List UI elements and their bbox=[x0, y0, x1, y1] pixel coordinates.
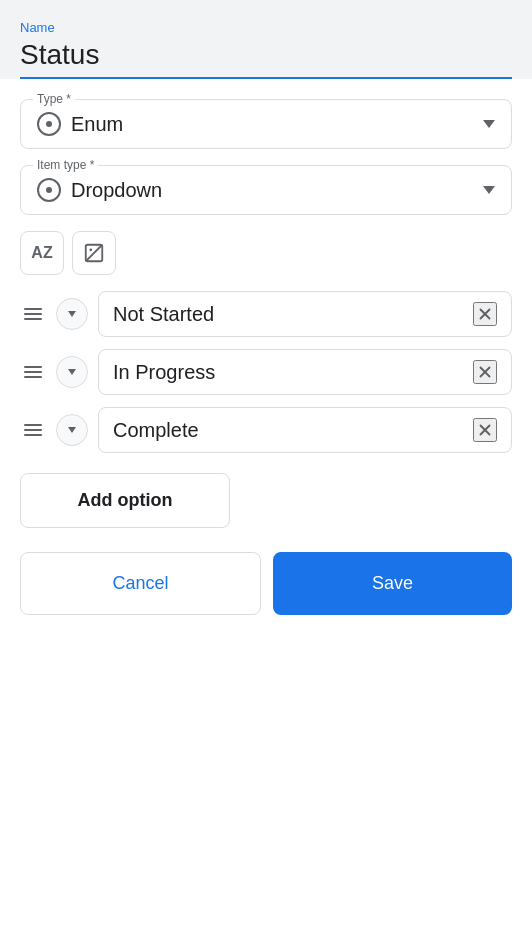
no-image-button[interactable] bbox=[72, 231, 116, 275]
option-remove-button-1[interactable] bbox=[473, 302, 497, 326]
close-icon-2 bbox=[476, 363, 494, 381]
drag-line-8 bbox=[24, 429, 42, 431]
option-input-wrapper-3: Complete bbox=[98, 407, 512, 453]
option-arrow-icon-1 bbox=[68, 311, 76, 317]
drag-line-3 bbox=[24, 318, 42, 320]
name-input-wrapper bbox=[20, 39, 512, 79]
option-input-wrapper-1: Not Started bbox=[98, 291, 512, 337]
item-type-select-left: Dropdown bbox=[37, 178, 162, 202]
type-value: Enum bbox=[71, 113, 123, 136]
az-icon: AZ bbox=[31, 244, 52, 262]
type-dropdown-arrow-icon bbox=[483, 120, 495, 128]
item-type-circle-icon bbox=[37, 178, 61, 202]
type-select-wrapper[interactable]: Type * Enum bbox=[20, 99, 512, 149]
type-circle-icon bbox=[37, 112, 61, 136]
drag-line-4 bbox=[24, 366, 42, 368]
name-label: Name bbox=[20, 20, 512, 35]
drag-line-2 bbox=[24, 313, 42, 315]
action-buttons: Cancel Save bbox=[20, 552, 512, 615]
option-row-2: In Progress bbox=[20, 349, 512, 395]
name-input[interactable] bbox=[20, 39, 512, 71]
drag-line-1 bbox=[24, 308, 42, 310]
name-section: Name bbox=[0, 0, 532, 79]
drag-line-6 bbox=[24, 376, 42, 378]
close-icon-1 bbox=[476, 305, 494, 323]
item-type-select-wrapper[interactable]: Item type * Dropdown bbox=[20, 165, 512, 215]
close-icon-3 bbox=[476, 421, 494, 439]
type-select-row: Enum bbox=[37, 112, 495, 136]
type-label: Type * bbox=[33, 92, 75, 106]
type-select-left: Enum bbox=[37, 112, 123, 136]
type-select-group: Type * Enum bbox=[20, 99, 512, 149]
option-text-2: In Progress bbox=[113, 361, 215, 384]
add-option-button[interactable]: Add option bbox=[20, 473, 230, 528]
dialog: Name Type * Enum Item type * bbox=[0, 0, 532, 928]
item-type-select-group: Item type * Dropdown bbox=[20, 165, 512, 215]
cancel-button[interactable]: Cancel bbox=[20, 552, 261, 615]
drag-line-7 bbox=[24, 424, 42, 426]
drag-handle-1[interactable] bbox=[20, 304, 46, 324]
option-row-1: Not Started bbox=[20, 291, 512, 337]
drag-line-5 bbox=[24, 371, 42, 373]
option-arrow-icon-3 bbox=[68, 427, 76, 433]
drag-line-9 bbox=[24, 434, 42, 436]
option-input-wrapper-2: In Progress bbox=[98, 349, 512, 395]
item-type-select-row: Dropdown bbox=[37, 178, 495, 202]
option-color-button-2[interactable] bbox=[56, 356, 88, 388]
drag-handle-2[interactable] bbox=[20, 362, 46, 382]
item-type-label: Item type * bbox=[33, 158, 98, 172]
toolbar: AZ bbox=[20, 231, 512, 275]
option-color-button-1[interactable] bbox=[56, 298, 88, 330]
svg-line-1 bbox=[86, 245, 103, 262]
no-image-icon bbox=[83, 242, 105, 264]
options-list: Not Started bbox=[20, 291, 512, 453]
option-text-3: Complete bbox=[113, 419, 199, 442]
sort-az-button[interactable]: AZ bbox=[20, 231, 64, 275]
drag-handle-3[interactable] bbox=[20, 420, 46, 440]
option-remove-button-3[interactable] bbox=[473, 418, 497, 442]
option-row-3: Complete bbox=[20, 407, 512, 453]
option-remove-button-2[interactable] bbox=[473, 360, 497, 384]
option-arrow-icon-2 bbox=[68, 369, 76, 375]
svg-point-2 bbox=[89, 248, 92, 251]
option-text-1: Not Started bbox=[113, 303, 214, 326]
option-color-button-3[interactable] bbox=[56, 414, 88, 446]
item-type-dropdown-arrow-icon bbox=[483, 186, 495, 194]
main-content: Type * Enum Item type * Dropdown bbox=[0, 79, 532, 928]
item-type-value: Dropdown bbox=[71, 179, 162, 202]
save-button[interactable]: Save bbox=[273, 552, 512, 615]
